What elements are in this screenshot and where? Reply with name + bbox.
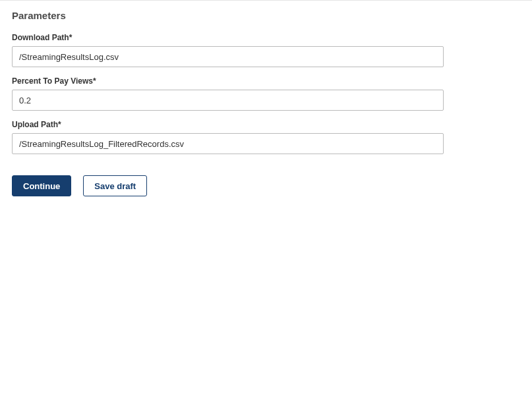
- field-percent-to-pay-views: Percent To Pay Views*: [12, 76, 520, 111]
- continue-button[interactable]: Continue: [12, 175, 71, 196]
- upload-path-label: Upload Path*: [12, 120, 520, 129]
- parameters-form: Parameters Download Path* Percent To Pay…: [0, 0, 532, 398]
- section-title: Parameters: [12, 10, 520, 21]
- upload-path-input[interactable]: [12, 133, 444, 154]
- download-path-label: Download Path*: [12, 33, 520, 42]
- field-download-path: Download Path*: [12, 33, 520, 67]
- download-path-input[interactable]: [12, 46, 444, 67]
- button-row: Continue Save draft: [12, 175, 520, 196]
- save-draft-button[interactable]: Save draft: [83, 175, 147, 196]
- percent-to-pay-views-input[interactable]: [12, 90, 444, 111]
- percent-to-pay-views-label: Percent To Pay Views*: [12, 76, 520, 86]
- field-upload-path: Upload Path*: [12, 120, 520, 154]
